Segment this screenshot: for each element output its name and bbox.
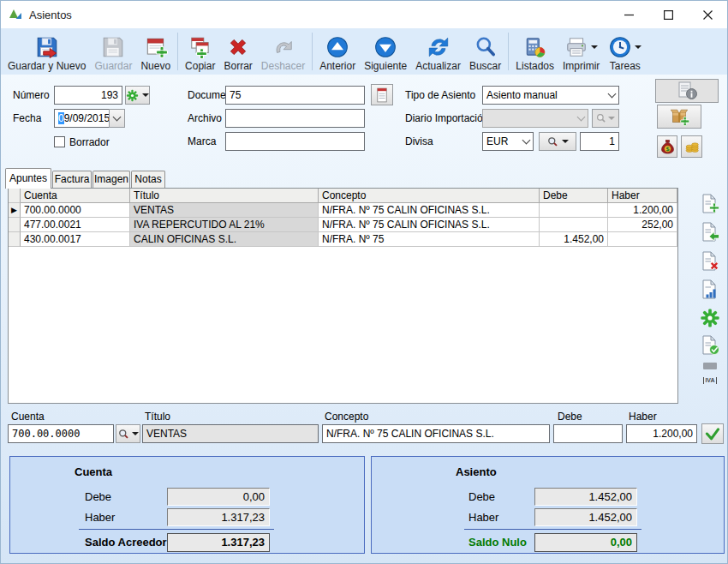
printer-icon [564,35,588,59]
deshacer-label: Deshacer [261,60,305,72]
cell-concepto[interactable]: N/FRA. Nº 75 CALIN OFICINAS S.L. [319,203,540,218]
coins-icon [683,138,701,155]
cell-haber[interactable]: 1.200,00 [608,203,677,218]
copiar-button[interactable]: Copiar [181,28,219,75]
cell-titulo[interactable]: CALIN OFICINAS S.L. [130,232,319,247]
guardar-y-nuevo-button[interactable]: Guardar y Nuevo [3,28,90,75]
editor-concepto-input[interactable]: N/FRA. Nº 75 CALIN OFICINAS S.L. [322,424,550,443]
money-bag-button[interactable]: $ [657,135,677,158]
divisa-search-button[interactable] [539,132,576,151]
column-header-titulo[interactable]: Título [130,189,319,203]
maximize-button[interactable] [648,1,688,28]
documento-doc-button[interactable] [371,84,393,105]
column-header-debe[interactable]: Debe [540,189,608,203]
editor-cuenta-input[interactable]: 700.00.0000 [8,424,114,443]
cell-titulo[interactable]: VENTAS [130,203,319,218]
column-header-concepto[interactable]: Concepto [319,189,540,203]
cell-cuenta[interactable]: 430.00.0017 [21,232,130,247]
save-icon [101,35,125,59]
row-chart-icon[interactable] [700,279,720,300]
archivo-input[interactable] [225,109,365,128]
confirm-entry-button[interactable] [701,423,724,444]
iva-button[interactable]: IVA [700,361,720,381]
validate-row-icon[interactable] [700,335,720,356]
editor-titulo-input[interactable]: VENTAS [142,424,319,443]
column-header-haber[interactable]: Haber [608,189,677,203]
nuevo-button[interactable]: Nuevo [136,28,175,75]
row-gear-icon[interactable] [700,308,720,328]
fecha-input[interactable]: 09/09/2015 [54,109,110,128]
prev-circle-icon [325,35,349,59]
table-row[interactable]: 430.00.0017 CALIN OFICINAS S.L. N/FRA. N… [9,232,677,247]
tipo-asiento-combo[interactable]: Asiento manual [482,86,619,105]
fecha-dropdown-button[interactable] [109,109,125,128]
numero-input[interactable]: 193 [54,86,122,105]
clock-icon [608,35,632,59]
grid-header-row: Cuenta Título Concepto Debe Haber [9,189,677,203]
deshacer-button[interactable]: Deshacer [257,28,309,75]
divisa-search-caret [562,140,569,143]
tab-factura[interactable]: Factura [52,171,92,188]
insert-row-icon[interactable] [700,222,720,243]
box-add-button[interactable] [657,105,701,129]
editor-titulo-label: Título [145,411,170,423]
row-marker [9,218,21,232]
delete-row-icon[interactable] [700,251,720,272]
diario-search-button[interactable] [592,109,619,128]
siguiente-button[interactable]: Siguiente [360,28,411,75]
tareas-dropdown-caret[interactable] [635,45,641,49]
editor-debe-input[interactable] [553,424,623,443]
divisa-rate-input[interactable]: 1 [580,132,619,151]
cell-debe[interactable]: 1.452,00 [540,232,608,247]
column-header-cuenta[interactable]: Cuenta [21,189,130,203]
editor-haber-input[interactable]: 1.200,00 [626,424,697,443]
add-row-icon[interactable] [700,194,720,214]
borrar-button[interactable]: Borrar [219,28,256,75]
cell-debe[interactable] [540,218,608,232]
cell-titulo[interactable]: IVA REPERCUTIDO AL 21% [130,218,319,232]
imprimir-dropdown-caret[interactable] [591,45,598,49]
cell-debe[interactable] [540,203,608,218]
tab-notas[interactable]: Notas [131,171,165,188]
tareas-button[interactable]: Tareas [604,28,646,75]
cell-haber[interactable]: 252,00 [608,218,677,232]
minimize-button[interactable] [609,1,648,28]
borrar-label: Borrar [224,60,252,72]
borrador-checkbox[interactable] [54,136,65,147]
diario-importacion-combo[interactable] [482,109,588,128]
marca-input[interactable] [225,132,365,151]
coins-button[interactable] [681,135,702,158]
search-icon [118,429,129,440]
cell-concepto[interactable]: N/FRA. Nº 75 [319,232,540,247]
cell-concepto[interactable]: N/FRA. Nº 75 CALIN OFICINAS S.L. [319,218,540,232]
actualizar-button[interactable]: Actualizar [411,28,465,75]
divisa-combo[interactable]: EUR [482,132,534,151]
diario-importacion-label: Diario Importación [405,112,488,124]
chevron-down-icon [113,113,122,122]
documento-input[interactable]: 75 [225,86,365,105]
buscar-button[interactable]: Buscar [465,28,505,75]
close-button[interactable] [688,1,727,28]
editor-cuenta-search-button[interactable] [116,424,140,443]
info-document-button[interactable] [655,79,719,103]
imprimir-button[interactable]: Imprimir [558,28,604,75]
anterior-button[interactable]: Anterior [315,28,360,75]
tab-imagen[interactable]: Imagen [92,171,130,188]
panel-asiento-saldo-value: 0,00 [534,533,637,552]
editor-debe-label: Debe [558,411,582,423]
listados-button[interactable]: Listados [511,28,558,75]
cell-cuenta[interactable]: 700.00.0000 [21,203,130,218]
tab-apuntes[interactable]: Apuntes [5,168,51,189]
toolbar-separator [177,33,178,70]
borrador-label: Borrador [69,136,110,148]
table-row[interactable]: ▶ 700.00.0000 VENTAS N/FRA. Nº 75 CALIN … [9,203,677,218]
panel-asiento-debe-value: 1.452,00 [534,488,637,506]
guardar-button[interactable]: Guardar [90,28,136,75]
numero-gear-button[interactable] [125,86,150,105]
cell-haber[interactable] [608,232,677,247]
cell-cuenta[interactable]: 477.00.0021 [21,218,130,232]
cuenta-search-caret [132,432,139,435]
nuevo-label: Nuevo [140,60,170,72]
table-row[interactable]: 477.00.0021 IVA REPERCUTIDO AL 21% N/FRA… [9,218,677,232]
archivo-label: Archivo [188,112,222,124]
